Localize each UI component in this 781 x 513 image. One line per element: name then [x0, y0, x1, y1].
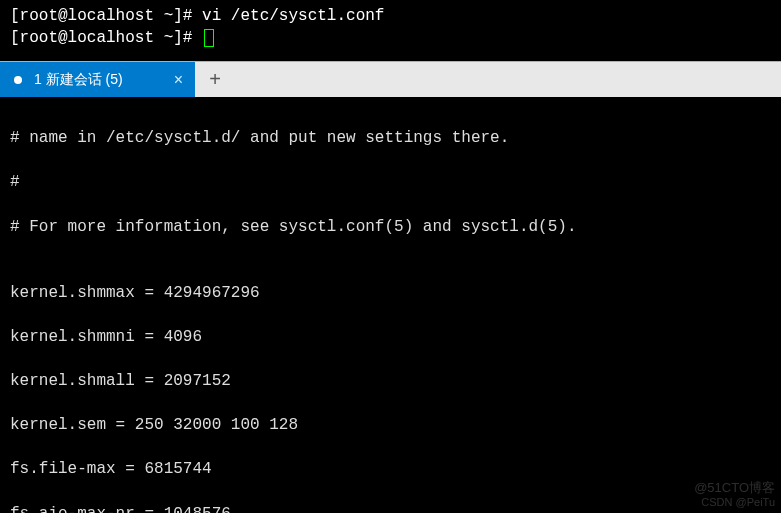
active-indicator-dot-icon: [14, 76, 22, 84]
add-tab-button[interactable]: +: [195, 62, 235, 97]
prompt-line-1: [root@localhost ~]# vi /etc/sysctl.conf: [10, 6, 771, 28]
close-icon[interactable]: ×: [166, 71, 191, 89]
sysctl-entry: fs.aio-max-nr = 1048576: [10, 503, 771, 513]
shell-prompt: [root@localhost ~]#: [10, 7, 202, 25]
sysctl-entry: kernel.shmmax = 4294967296: [10, 282, 771, 304]
tab-bar: 1 新建会话 (5) × +: [0, 61, 781, 97]
sysctl-entry: kernel.shmall = 2097152: [10, 370, 771, 392]
command-text: vi /etc/sysctl.conf: [202, 7, 384, 25]
sysctl-entry: kernel.sem = 250 32000 100 128: [10, 414, 771, 436]
terminal-upper-pane[interactable]: [root@localhost ~]# vi /etc/sysctl.conf …: [0, 0, 781, 61]
config-comment: # name in /etc/sysctl.d/ and put new set…: [10, 127, 771, 149]
tab-label: 1 新建会话 (5): [34, 71, 158, 89]
cursor-icon: [204, 29, 214, 47]
terminal-editor-pane[interactable]: # name in /etc/sysctl.d/ and put new set…: [0, 97, 781, 513]
shell-prompt: [root@localhost ~]#: [10, 29, 202, 47]
plus-icon: +: [209, 68, 221, 91]
config-comment: #: [10, 171, 771, 193]
session-tab-active[interactable]: 1 新建会话 (5) ×: [0, 62, 195, 97]
sysctl-entry: kernel.shmmni = 4096: [10, 326, 771, 348]
prompt-line-2: [root@localhost ~]#: [10, 28, 771, 50]
config-comment: # For more information, see sysctl.conf(…: [10, 216, 771, 238]
sysctl-entry: fs.file-max = 6815744: [10, 458, 771, 480]
